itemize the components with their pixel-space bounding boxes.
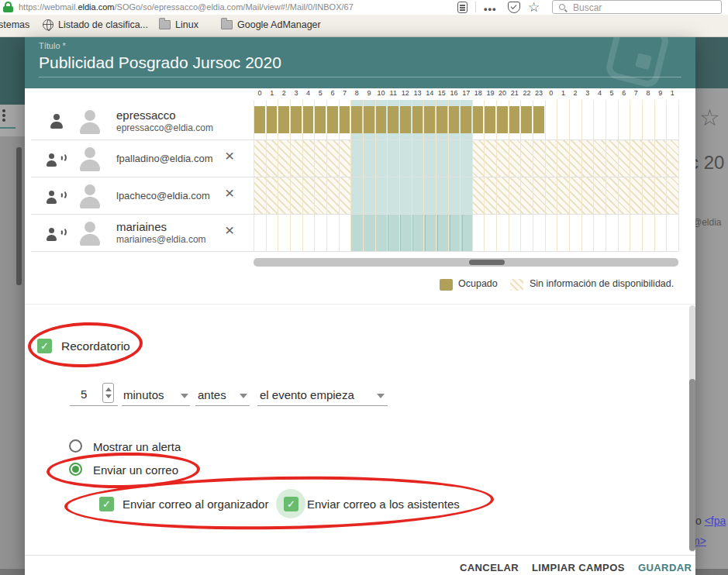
avatar [76,108,104,136]
search-input[interactable] [571,2,711,14]
avatar [76,145,104,173]
padlock-icon [3,2,13,12]
remove-attendee-button[interactable]: × [225,184,234,201]
busy-block [364,106,374,133]
bookmark-star-icon[interactable]: ☆ [528,0,540,15]
amount-stepper[interactable] [102,383,114,403]
attendee-row: epressacco epressacco@eldia.com [31,103,264,140]
busy-block [412,106,423,133]
attendee-email: mariaines@eldia.com [116,234,206,245]
remove-attendee-button[interactable]: × [225,222,234,238]
hour-label: 15 [436,89,448,97]
background-email-fragment: @eldia [692,217,722,228]
background-header-right [695,37,728,88]
hour-label: 12 [399,89,412,97]
globe-icon [43,19,53,30]
browser-url-bar: https://webmail.eldia.com/SOGo/so/epress… [0,0,728,15]
folder-icon [221,20,233,29]
bookmark-label: Linux [175,19,198,30]
hour-label: 6 [618,89,630,97]
hour-label: 13 [412,89,424,97]
hour-label: 3 [581,89,594,97]
row-divider [31,177,678,177]
relation-select[interactable]: antes [198,388,226,401]
hour-label: 5 [606,89,618,97]
hour-gridline [618,100,619,251]
busy-block [533,106,544,133]
hour-label: 19 [484,89,496,97]
pocket-icon[interactable] [508,2,520,13]
busy-block [327,106,338,133]
grid-scrollbar-thumb[interactable] [469,260,505,265]
reminder-amount-input[interactable]: 5 [81,387,87,401]
busy-block [521,106,532,133]
hour-label: 21 [509,89,521,97]
reference-select[interactable]: el evento empieza [260,388,354,401]
background-app-left [0,37,25,575]
row-divider [31,251,678,252]
hour-label: 17 [460,89,472,97]
url-field[interactable]: https://webmail.eldia.com/SOGo/so/epress… [19,2,453,12]
clear-fields-button[interactable]: LIMPIAR CAMPOS [532,562,625,573]
attendee-name: epressacco [116,108,176,122]
stepper-up-icon[interactable] [105,387,112,391]
hour-gridline [666,100,667,251]
kebab-menu-icon [2,114,5,117]
dialog-scrollbar-thumb[interactable] [689,379,695,551]
kebab-menu-icon [2,119,5,122]
background-header-left [0,37,25,105]
attendee-voice-icon [47,150,67,167]
input-underline [195,405,250,406]
grid-horizontal-scrollbar[interactable] [254,258,678,267]
hour-gridline [606,100,606,251]
screenshot-root: https://webmail.eldia.com/SOGo/so/epress… [0,0,728,575]
bookmark-label: Google AdManager [237,19,321,30]
url-path: /SOGo/so/epressacco@eldia.com/Mail/view#… [115,2,354,12]
chevron-down-icon[interactable] [377,394,385,398]
busy-block [278,106,289,133]
busy-block [376,106,387,133]
page-actions-icon[interactable]: ••• [484,3,497,15]
legend-no-info-swatch [510,279,523,291]
hour-gridline [581,100,582,251]
search-box[interactable] [552,0,722,14]
actions-divider [25,555,695,556]
hour-label: 8 [642,89,654,97]
chevron-down-icon[interactable] [181,394,188,398]
reader-mode-icon[interactable] [457,2,468,13]
busy-block [461,106,471,133]
hour-label: 20 [496,89,509,97]
hour-label: 9 [363,89,375,97]
hour-label: 10 [375,89,388,97]
flag-star-icon: ☆ [699,104,720,131]
bookmarks-bar: stemas Listado de clasifica... Linux Goo… [0,15,728,37]
busy-block [340,106,350,133]
save-button[interactable]: GUARDAR [638,562,692,573]
remove-attendee-button[interactable]: × [225,147,234,164]
row-divider [31,139,678,140]
hour-gridline [545,100,546,251]
hour-label: 18 [472,89,485,97]
hour-label: 8 [350,89,363,97]
kebab-menu-icon [2,109,5,112]
availability-grid[interactable]: 0123456789101112131415161718192021222301… [254,88,678,253]
chevron-down-icon[interactable] [240,394,247,398]
row-divider [31,214,678,215]
unit-select[interactable]: minutos [123,388,164,401]
hour-gridline [557,100,557,251]
busy-block [291,106,302,133]
alert-radio[interactable] [69,439,82,453]
url-prefix: https://webmail. [19,2,78,12]
hour-label: 0 [545,89,557,97]
hour-label: 6 [326,89,339,97]
busy-block [388,106,399,133]
alert-radio-label[interactable]: Mostrar un alerta [93,440,181,453]
avatar [76,219,104,247]
cancel-button[interactable]: CANCELAR [460,562,519,573]
event-title-input[interactable]: Publicidad Posgrado Jursoc 2020 [39,53,281,72]
folder-icon [159,20,171,29]
hour-gridline [569,100,570,251]
hour-label: 3 [290,89,302,97]
busy-block [400,106,411,133]
stepper-down-icon[interactable] [105,394,112,398]
